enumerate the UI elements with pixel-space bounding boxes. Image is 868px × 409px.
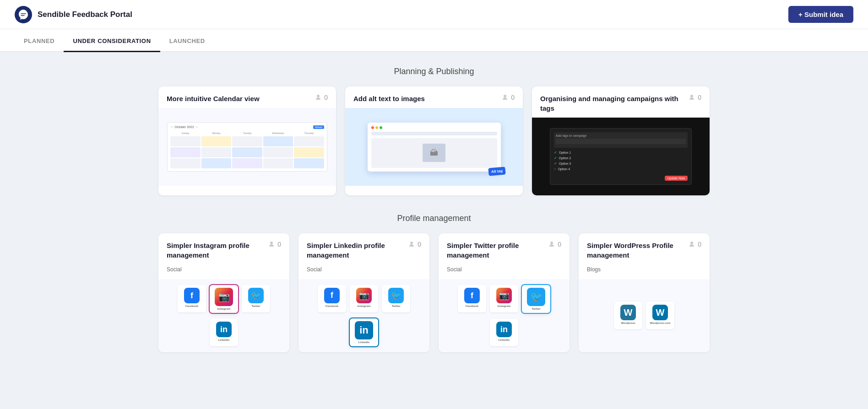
- app-title: Sendible Feedback Portal: [38, 10, 132, 19]
- card-title: Simpler Linkedin profile management: [307, 241, 403, 260]
- logo-linkedin: in LinkedIn: [490, 319, 518, 346]
- section-profile-management: Profile management Simpler Instagram pro…: [158, 214, 710, 352]
- sendible-logo-icon: [15, 6, 32, 23]
- planning-cards-grid: More intuitive Calendar view 0 ← October…: [158, 86, 710, 195]
- vote-count: 0: [501, 94, 515, 101]
- vote-number: 0: [698, 241, 701, 248]
- person-icon: [501, 94, 509, 101]
- section-planning-publishing: Planning & Publishing More intuitive Cal…: [158, 67, 710, 195]
- card-title: Simpler WordPress Profile management: [587, 241, 684, 260]
- person-icon: [315, 94, 322, 101]
- twitter-icon: 🐦: [388, 288, 404, 303]
- vote-number: 0: [277, 241, 281, 248]
- card-header: Simpler WordPress Profile management 0: [579, 233, 710, 264]
- person-icon: [688, 241, 695, 248]
- card-alt-text[interactable]: Add alt text to images 0: [345, 86, 523, 195]
- logo-twitter-featured: 🐦 Twitter: [522, 285, 550, 313]
- vote-number: 0: [418, 241, 421, 248]
- vote-count: 0: [688, 241, 701, 248]
- submit-idea-button[interactable]: + Submit idea: [788, 6, 853, 23]
- vote-number: 0: [558, 241, 561, 248]
- section-title-planning: Planning & Publishing: [158, 67, 710, 76]
- logo-twitter: 🐦 Twitter: [242, 285, 270, 312]
- tab-under-consideration[interactable]: UNDER CONSIDERATION: [64, 29, 160, 52]
- facebook-icon: f: [184, 288, 200, 303]
- card-tag: Blogs: [579, 264, 710, 279]
- facebook-icon: f: [324, 288, 340, 303]
- wordpress-icon: W: [620, 305, 636, 320]
- social-logos-preview: f Facebook 📷 Instagram 🐦 Twitter in Link…: [439, 279, 570, 352]
- facebook-icon: f: [464, 288, 480, 303]
- logo-instagram: 📷 Instagram: [490, 285, 518, 312]
- linkedin-icon: in: [355, 321, 373, 339]
- nav-tabs: PLANNED UNDER CONSIDERATION LAUNCHED: [0, 29, 868, 52]
- tab-planned[interactable]: PLANNED: [15, 29, 64, 52]
- card-wordpress-profile[interactable]: Simpler WordPress Profile management 0 B…: [579, 233, 710, 352]
- card-title: Simpler Twitter profile management: [447, 241, 543, 260]
- vote-count: 0: [688, 94, 701, 101]
- card-calendar-view[interactable]: More intuitive Calendar view 0 ← October…: [158, 86, 336, 195]
- logo-facebook: f Facebook: [318, 285, 346, 312]
- campaign-image: Add tags to campaign ✓Option 1 ✓Option 2…: [532, 118, 710, 195]
- main-content: Planning & Publishing More intuitive Cal…: [136, 52, 732, 385]
- card-instagram-profile[interactable]: Simpler Instagram profile management 0 S…: [158, 233, 289, 352]
- wordpresscom-icon: W: [652, 305, 668, 320]
- vote-number: 0: [324, 94, 328, 101]
- instagram-icon: 📷: [215, 288, 233, 306]
- card-header: Add alt text to images 0: [345, 86, 523, 108]
- person-icon: [548, 241, 555, 248]
- social-logos-preview: f Facebook 📷 Instagram 🐦 Twitter in Link…: [158, 279, 289, 352]
- logo-wordpress: W Wordpress: [614, 302, 642, 329]
- section-title-profile: Profile management: [158, 214, 710, 223]
- vote-count: 0: [548, 241, 561, 248]
- twitter-icon-featured: 🐦: [527, 288, 545, 306]
- card-tag: Social: [298, 264, 429, 279]
- social-logos-preview: f Facebook 📷 Instagram 🐦 Twitter in Link…: [298, 279, 429, 352]
- vote-count: 0: [315, 94, 328, 101]
- person-icon: [688, 94, 695, 101]
- tab-launched[interactable]: LAUNCHED: [160, 29, 214, 52]
- card-header: Simpler Instagram profile management 0: [158, 233, 289, 264]
- profile-cards-grid: Simpler Instagram profile management 0 S…: [158, 233, 710, 352]
- logo-wordpresscom: W Wordpress.com: [646, 302, 674, 329]
- twitter-icon: 🐦: [248, 288, 264, 303]
- logo-instagram: 📷 Instagram: [350, 285, 378, 312]
- logo-linkedin: in LinkedIn: [210, 319, 238, 346]
- card-header: More intuitive Calendar view 0: [158, 86, 336, 108]
- instagram-icon: 📷: [356, 288, 372, 303]
- card-twitter-profile[interactable]: Simpler Twitter profile management 0 Soc…: [439, 233, 570, 352]
- person-icon: [268, 241, 275, 248]
- vote-number: 0: [511, 94, 515, 101]
- header: Sendible Feedback Portal + Submit idea: [0, 0, 868, 29]
- logo-instagram: 📷 Instagram: [210, 285, 238, 313]
- calendar-image: ← October 2022 → Week Sunday Monday Tues…: [158, 108, 336, 186]
- card-tag: Social: [158, 264, 289, 279]
- logo-facebook: f Facebook: [458, 285, 486, 312]
- logo-linkedin-featured: in LinkedIn: [350, 318, 378, 346]
- vote-count: 0: [268, 241, 281, 248]
- card-header: Simpler Twitter profile management 0: [439, 233, 570, 264]
- vote-number: 0: [698, 94, 701, 101]
- card-title: More intuitive Calendar view: [167, 94, 310, 103]
- logo-twitter: 🐦 Twitter: [382, 285, 410, 312]
- vote-count: 0: [408, 241, 421, 248]
- card-header: Simpler Linkedin profile management 0: [298, 233, 429, 264]
- linkedin-icon: in: [496, 322, 512, 337]
- alttext-image: 🏔 Alt tag: [345, 108, 523, 186]
- person-icon: [408, 241, 415, 248]
- logo-area: Sendible Feedback Portal: [15, 6, 132, 23]
- card-linkedin-profile[interactable]: Simpler Linkedin profile management 0 So…: [298, 233, 429, 352]
- card-tag: Social: [439, 264, 570, 279]
- linkedin-icon: in: [216, 322, 232, 337]
- card-title: Organising and managing campaigns with t…: [540, 94, 684, 113]
- social-logos-preview: W Wordpress W Wordpress.com: [579, 279, 710, 352]
- instagram-icon: 📷: [496, 288, 512, 303]
- card-campaign-tags[interactable]: Organising and managing campaigns with t…: [532, 86, 710, 195]
- card-header: Organising and managing campaigns with t…: [532, 86, 710, 118]
- card-title: Simpler Instagram profile management: [167, 241, 263, 260]
- card-title: Add alt text to images: [353, 94, 497, 103]
- logo-facebook: f Facebook: [178, 285, 206, 312]
